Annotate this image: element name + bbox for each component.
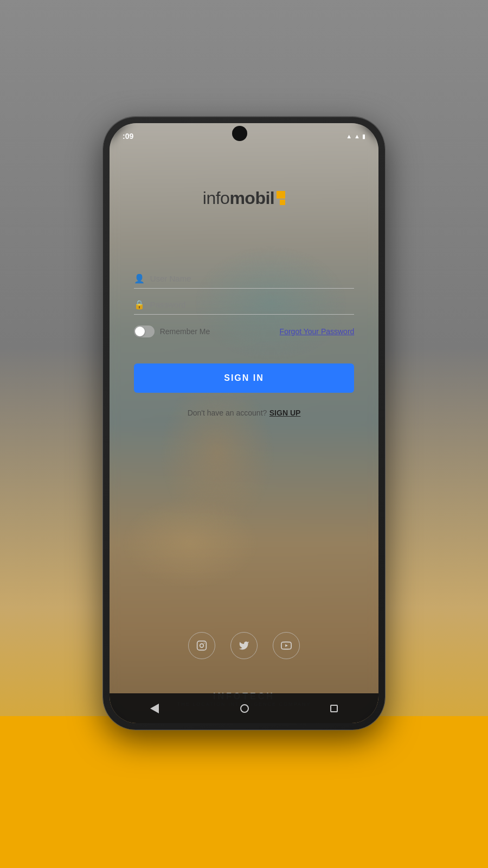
status-bar: :09 ▲ ▲ ▮ bbox=[110, 123, 378, 145]
remember-me-label: Remember Me bbox=[160, 327, 210, 336]
twitter-button[interactable] bbox=[230, 632, 258, 659]
battery-icon: ▮ bbox=[362, 133, 365, 140]
recent-button[interactable] bbox=[330, 705, 338, 712]
login-form: 👤 🔒 bbox=[134, 273, 355, 418]
instagram-button[interactable] bbox=[188, 632, 215, 659]
youtube-button[interactable] bbox=[273, 632, 300, 659]
wifi-icon: ▲ bbox=[346, 133, 352, 139]
yellow-bottom-section bbox=[0, 716, 488, 868]
back-button[interactable] bbox=[150, 704, 159, 713]
signin-button[interactable]: SIGN IN bbox=[134, 363, 355, 393]
svg-rect-0 bbox=[197, 641, 207, 650]
social-icons-row bbox=[188, 632, 300, 659]
username-input-group: 👤 bbox=[134, 273, 355, 289]
password-input-row: 🔒 bbox=[134, 299, 355, 315]
logo-area: infomobil bbox=[203, 188, 285, 208]
logo-icon-top-square bbox=[277, 191, 285, 199]
options-row: Remember Me Forgot Your Password bbox=[134, 326, 355, 337]
signup-row: Don't have an account? SIGN UP bbox=[134, 408, 355, 418]
username-input-row: 👤 bbox=[134, 273, 355, 289]
signup-link[interactable]: SIGN UP bbox=[269, 409, 301, 417]
user-icon: 👤 bbox=[134, 273, 145, 284]
password-input-group: 🔒 bbox=[134, 299, 355, 315]
svg-marker-3 bbox=[285, 644, 288, 647]
svg-point-1 bbox=[200, 644, 204, 648]
screen-content: :09 ▲ ▲ ▮ infomobil bbox=[110, 123, 378, 723]
logo-icon-bottom-square bbox=[280, 200, 285, 205]
phone-mockup: :09 ▲ ▲ ▮ infomobil bbox=[103, 117, 385, 730]
logo-text: infomobil bbox=[203, 188, 274, 208]
no-account-text: Don't have an account? bbox=[188, 409, 267, 417]
signal-icon: ▲ bbox=[354, 133, 360, 139]
phone-screen: :09 ▲ ▲ ▮ infomobil bbox=[110, 123, 378, 723]
home-button[interactable] bbox=[240, 704, 249, 713]
camera-notch bbox=[232, 126, 247, 141]
toggle-knob bbox=[135, 327, 145, 336]
svg-point-2 bbox=[204, 643, 205, 644]
android-nav-bar bbox=[110, 693, 378, 723]
infomobil-logo-icon bbox=[277, 191, 285, 205]
page-background: :09 ▲ ▲ ▮ infomobil bbox=[0, 0, 488, 868]
lock-icon: 🔒 bbox=[134, 299, 145, 310]
password-input[interactable] bbox=[150, 300, 355, 309]
phone-outer-shell: :09 ▲ ▲ ▮ infomobil bbox=[103, 117, 385, 730]
status-time: :09 bbox=[123, 132, 133, 141]
username-input[interactable] bbox=[150, 274, 355, 283]
status-icons-group: ▲ ▲ ▮ bbox=[346, 133, 365, 140]
remember-me-group: Remember Me bbox=[134, 326, 210, 337]
remember-me-toggle[interactable] bbox=[134, 326, 155, 337]
forgot-password-link[interactable]: Forgot Your Password bbox=[280, 327, 355, 336]
